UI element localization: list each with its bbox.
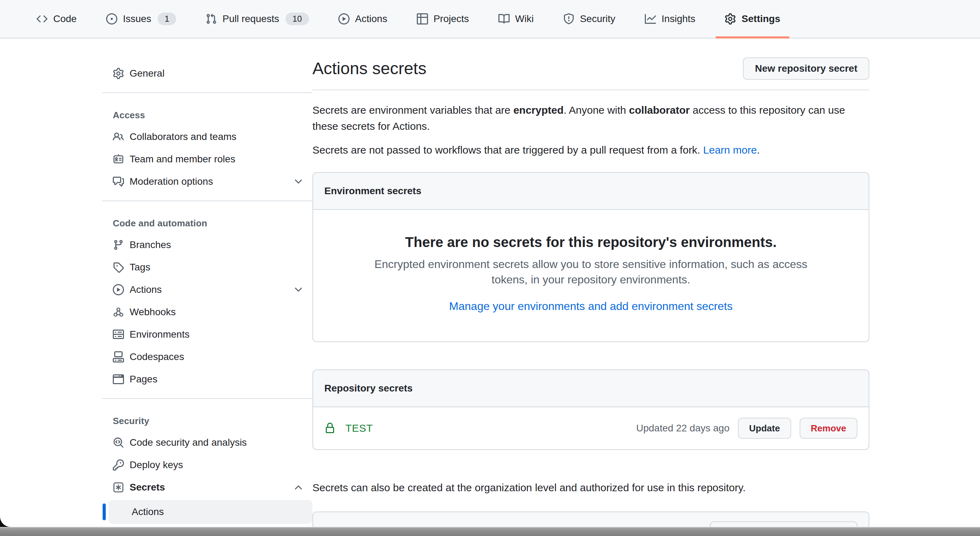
sidebar-item-deploy-keys[interactable]: Deploy keys bbox=[102, 454, 312, 476]
secret-updated-timestamp: Updated 22 days ago bbox=[636, 423, 730, 434]
manage-environments-link[interactable]: Manage your environments and add environ… bbox=[449, 300, 732, 313]
sidebar-item-label: Team and member roles bbox=[130, 154, 235, 165]
project-table-icon bbox=[417, 13, 428, 24]
sidebar-section-title-code-and-automation: Code and automation bbox=[102, 209, 312, 234]
sidebar-subitem-label: Actions bbox=[132, 506, 164, 517]
git-pull-request-icon bbox=[205, 13, 217, 24]
tab-label: Code bbox=[53, 13, 77, 24]
codespaces-icon bbox=[113, 351, 124, 362]
sidebar-item-label: General bbox=[130, 68, 165, 79]
sidebar-item-code-security-and-analysis[interactable]: Code security and analysis bbox=[102, 431, 312, 454]
intro-text: . bbox=[757, 144, 760, 156]
sidebar-item-actions[interactable]: Actions bbox=[102, 279, 312, 301]
divider bbox=[102, 92, 312, 93]
repository-secrets-header: Repository secrets bbox=[313, 370, 869, 407]
blankslate-text: Encrypted environment secrets allow you … bbox=[369, 257, 813, 287]
tab-insights[interactable]: Insights bbox=[633, 0, 707, 38]
tab-label: Wiki bbox=[515, 13, 534, 24]
page-title: Actions secrets bbox=[312, 58, 426, 79]
settings-sidebar: General Access Collaborators and teams T… bbox=[102, 57, 312, 527]
sidebar-item-label: Webhooks bbox=[130, 306, 176, 318]
organization-secrets-box: Organization secrets Manage organization… bbox=[312, 512, 869, 527]
sidebar-item-collaborators-and-teams[interactable]: Collaborators and teams bbox=[102, 125, 312, 148]
tab-security[interactable]: Security bbox=[552, 0, 627, 38]
update-secret-button[interactable]: Update bbox=[738, 418, 791, 439]
tab-settings[interactable]: Settings bbox=[713, 0, 791, 38]
environment-secrets-header: Environment secrets bbox=[313, 173, 869, 210]
blankslate-heading: There are no secrets for this repository… bbox=[341, 235, 841, 250]
intro-text: Secrets are not passed to workflows that… bbox=[312, 144, 703, 156]
sidebar-item-label: Code security and analysis bbox=[130, 437, 247, 448]
sidebar-subitem-secrets-actions[interactable]: Actions bbox=[108, 500, 312, 524]
browser-page: Code Issues 1 Pull requests 10 Actions P… bbox=[0, 0, 980, 527]
sidebar-item-pages[interactable]: Pages bbox=[102, 368, 312, 390]
sidebar-item-label: Codespaces bbox=[130, 351, 184, 362]
tab-actions[interactable]: Actions bbox=[327, 0, 399, 38]
intro-bold-encrypted: encrypted bbox=[514, 104, 563, 116]
window-bottom-edge bbox=[0, 527, 980, 536]
sidebar-item-moderation-options[interactable]: Moderation options bbox=[102, 170, 312, 193]
intro-text: . Anyone with bbox=[563, 104, 629, 116]
sidebar-item-label: Moderation options bbox=[130, 176, 213, 187]
sidebar-item-label: Pages bbox=[130, 374, 157, 385]
intro-bold-collaborator: collaborator bbox=[629, 104, 690, 116]
tab-issues[interactable]: Issues 1 bbox=[95, 0, 188, 38]
sidebar-item-environments[interactable]: Environments bbox=[102, 323, 312, 346]
sidebar-item-branches[interactable]: Branches bbox=[102, 234, 312, 256]
webhook-icon bbox=[113, 306, 124, 318]
graph-icon bbox=[645, 13, 656, 24]
gear-icon bbox=[725, 13, 736, 24]
sidebar-item-secrets[interactable]: Secrets bbox=[102, 476, 312, 499]
tab-label: Insights bbox=[662, 13, 695, 24]
comment-discussion-icon bbox=[113, 176, 124, 187]
sidebar-item-team-and-member-roles[interactable]: Team and member roles bbox=[102, 148, 312, 170]
tab-projects[interactable]: Projects bbox=[406, 0, 480, 38]
sidebar-item-general[interactable]: General bbox=[102, 62, 312, 85]
lock-icon bbox=[325, 423, 336, 434]
sidebar-item-label: Environments bbox=[130, 329, 189, 340]
gear-icon bbox=[113, 68, 124, 79]
sidebar-item-label: Tags bbox=[130, 262, 150, 273]
pull-requests-count-badge: 10 bbox=[285, 13, 309, 25]
code-icon bbox=[37, 13, 48, 24]
repository-secrets-box: Repository secrets TEST Updated 22 days … bbox=[312, 369, 869, 450]
tab-label: Security bbox=[580, 13, 616, 24]
environment-secrets-box: Environment secrets There are no secrets… bbox=[312, 172, 869, 342]
new-repository-secret-button[interactable]: New repository secret bbox=[743, 57, 869, 80]
server-icon bbox=[113, 329, 124, 340]
secrets-fork-note-paragraph: Secrets are not passed to workflows that… bbox=[312, 142, 869, 158]
tab-label: Issues bbox=[123, 13, 151, 24]
selected-item-marker bbox=[103, 503, 106, 520]
tab-label: Projects bbox=[434, 13, 469, 24]
learn-more-link[interactable]: Learn more bbox=[703, 144, 757, 156]
tab-wiki[interactable]: Wiki bbox=[487, 0, 545, 38]
organization-secrets-header: Organization secrets Manage organization… bbox=[313, 512, 869, 527]
asterisk-box-icon bbox=[113, 482, 124, 493]
sidebar-item-label: Actions bbox=[130, 284, 162, 295]
browser-icon bbox=[113, 374, 124, 385]
book-icon bbox=[498, 13, 510, 24]
tab-code[interactable]: Code bbox=[25, 0, 88, 38]
sidebar-section-title-security: Security bbox=[102, 406, 312, 431]
organization-secrets-note: Secrets can also be created at the organ… bbox=[312, 480, 869, 495]
chevron-down-icon bbox=[293, 176, 304, 187]
environment-secrets-blankslate: There are no secrets for this repository… bbox=[313, 210, 869, 341]
tab-pull-requests[interactable]: Pull requests 10 bbox=[194, 0, 320, 38]
sidebar-item-codespaces[interactable]: Codespaces bbox=[102, 346, 312, 368]
secret-name: TEST bbox=[345, 422, 373, 434]
sidebar-item-webhooks[interactable]: Webhooks bbox=[102, 301, 312, 323]
divider bbox=[102, 398, 312, 399]
intro-text: Secrets are environment variables that a… bbox=[312, 104, 514, 116]
sidebar-item-tags[interactable]: Tags bbox=[102, 256, 312, 279]
id-badge-icon bbox=[113, 154, 124, 165]
manage-organization-secrets-button[interactable]: Manage organization secrets bbox=[710, 521, 858, 527]
divider bbox=[102, 200, 312, 201]
sidebar-item-label: Secrets bbox=[130, 482, 165, 493]
key-icon bbox=[113, 459, 124, 471]
sidebar-item-label: Deploy keys bbox=[130, 459, 183, 471]
secrets-intro-paragraph: Secrets are environment variables that a… bbox=[312, 102, 869, 134]
tag-icon bbox=[113, 262, 124, 273]
remove-secret-button[interactable]: Remove bbox=[800, 418, 858, 439]
people-icon bbox=[113, 131, 124, 143]
issue-opened-icon bbox=[106, 13, 117, 24]
